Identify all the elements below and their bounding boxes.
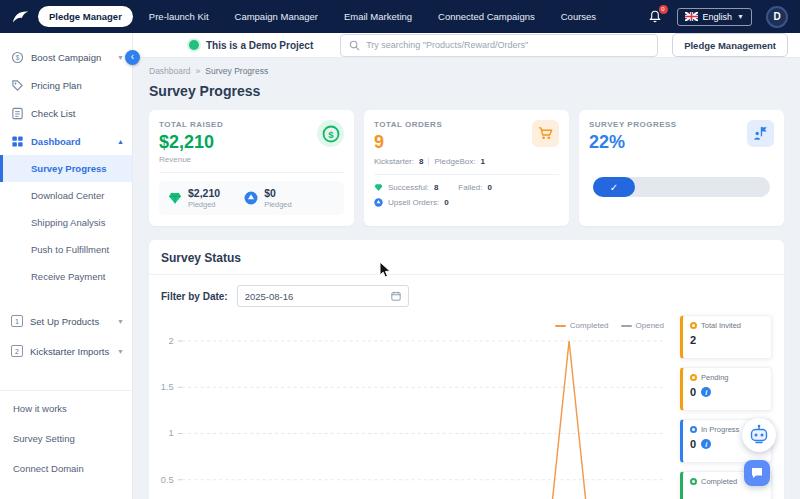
sidebar-item-connect-domain[interactable]: Connect Domain <box>0 453 132 483</box>
sidebar-item-kickstarter-imports[interactable]: 2 Kickstarter Imports ▼ <box>0 336 132 366</box>
global-search[interactable] <box>340 34 658 57</box>
date-filter-field[interactable] <box>237 285 409 307</box>
chevron-down-icon: ▼ <box>737 13 744 20</box>
info-icon[interactable]: i <box>701 387 711 397</box>
uk-flag-icon <box>685 12 698 21</box>
card-divider <box>374 174 559 175</box>
step-2-badge-icon: 2 <box>11 345 23 357</box>
sidebar-item-check-list[interactable]: Check List <box>0 99 132 127</box>
upsell-circle-icon <box>374 198 383 207</box>
legend-completed: Completed <box>555 321 609 330</box>
sidebar-collapse-button[interactable]: ‹ <box>125 50 140 65</box>
sidebar-divider <box>0 390 132 391</box>
demo-project-indicator: This is a Demo Project <box>189 40 313 51</box>
boost-campaign-icon: $ <box>11 51 24 64</box>
stat-label: In Progress <box>701 425 739 434</box>
notification-badge: 0 <box>659 5 668 14</box>
sidebar-item-how-it-works[interactable]: How it works <box>0 393 132 423</box>
pledge-manager-tab[interactable]: Pledge Manager <box>38 6 133 27</box>
sidebar-item-dashboard[interactable]: Dashboard ▲ <box>0 127 132 155</box>
nav-link-courses[interactable]: Courses <box>561 11 596 22</box>
survey-status-chart: Completed Opened 21.510.5 <box>153 311 670 499</box>
dollar-coin-icon: $ <box>317 120 344 147</box>
failed-value: 0 <box>487 183 491 192</box>
messenger-button[interactable] <box>744 460 770 486</box>
sidebar-item-survey-progress[interactable]: Survey Progress <box>0 155 132 182</box>
kickstarter-count-value: 8 <box>419 157 423 166</box>
stat-value: 0 <box>690 386 696 398</box>
revenue-label: Revenue <box>159 155 344 164</box>
demo-project-label: This is a Demo Project <box>206 40 313 51</box>
stat-dot-icon <box>690 478 697 485</box>
orders-status-row: Successful:8 Failed:0 <box>374 183 559 192</box>
stat-dot-icon <box>690 374 697 381</box>
breadcrumb-home[interactable]: Dashboard <box>149 66 191 76</box>
sidebar-item-set-up-products[interactable]: 1 Set Up Products ▼ <box>0 306 132 336</box>
stat-label: Pending <box>701 373 729 382</box>
info-icon[interactable]: i <box>701 439 711 449</box>
upsell-value: 0 <box>444 198 448 207</box>
nav-link-campaign-manager[interactable]: Campaign Manager <box>235 11 318 22</box>
stat-dot-icon <box>690 322 697 329</box>
chatbot-button[interactable] <box>742 418 776 452</box>
calendar-icon <box>391 291 401 301</box>
nav-link-prelaunch-kit[interactable]: Pre-launch Kit <box>149 11 209 22</box>
stat-pending: Pending 0i <box>680 367 772 411</box>
search-icon <box>349 40 360 51</box>
sidebar: ‹ $ Boost Campaign ▼ Pricing Plan Check … <box>0 33 133 499</box>
pledged-breakdown: $2,210 Pledged $0 Pledged <box>159 181 344 215</box>
sidebar-item-push-to-fulfillment[interactable]: Push to Fulfillment <box>0 236 132 263</box>
card-label: TOTAL RAISED <box>159 120 344 129</box>
sidebar-item-receive-payment[interactable]: Receive Payment <box>0 263 132 290</box>
survey-flag-icon <box>747 120 774 147</box>
sidebar-item-pricing-plan[interactable]: Pricing Plan <box>0 71 132 99</box>
successful-gem-icon <box>374 183 383 192</box>
svg-text:2: 2 <box>169 336 174 346</box>
checklist-icon <box>11 107 24 120</box>
topnav-right-group: 0 English ▼ D <box>647 6 788 28</box>
upsell-orders-row: Upsell Orders:0 <box>374 198 559 207</box>
chat-bubble-icon <box>750 466 764 480</box>
date-input[interactable] <box>245 291 385 302</box>
nav-link-email-marketing[interactable]: Email Marketing <box>344 11 412 22</box>
chevron-down-icon: ▼ <box>117 348 124 355</box>
failed-label: Failed: <box>458 183 482 192</box>
dashboard-grid-icon <box>11 135 24 148</box>
chevron-down-icon: ▼ <box>117 318 124 325</box>
demo-status-dot-icon <box>189 40 199 50</box>
svg-text:0.5: 0.5 <box>161 475 174 485</box>
sidebar-item-download-center[interactable]: Download Center <box>0 182 132 209</box>
nav-link-connected-campaigns[interactable]: Connected Campaigns <box>438 11 535 22</box>
sidebar-item-survey-setting[interactable]: Survey Setting <box>0 423 132 453</box>
survey-status-title: Survey Status <box>149 240 784 275</box>
language-label: English <box>703 12 733 22</box>
sidebar-item-boost-campaign[interactable]: $ Boost Campaign ▼ <box>0 43 132 71</box>
legend-opened: Opened <box>621 321 664 330</box>
survey-toggle[interactable]: ✓ <box>593 177 770 197</box>
sidebar-item-label: Check List <box>31 108 124 119</box>
breadcrumb-separator: » <box>196 66 201 76</box>
search-input[interactable] <box>366 40 649 50</box>
successful-label: Successful: <box>388 183 429 192</box>
stat-label: Total Invited <box>701 321 741 330</box>
pledgebox-circle-icon <box>244 191 258 205</box>
language-selector[interactable]: English ▼ <box>677 8 752 26</box>
robot-icon <box>748 424 770 446</box>
orders-source-breakdown: Kickstarter:8 PledgeBox:1 <box>374 157 559 166</box>
pledge-management-button[interactable]: Pledge Management <box>672 33 788 57</box>
sidebar-item-shipping-analysis[interactable]: Shipping Analysis <box>0 209 132 236</box>
breadcrumb-current: Survey Progress <box>205 66 268 76</box>
sidebar-item-label: Set Up Products <box>30 316 110 327</box>
pledged-caption: Pledged <box>188 200 220 209</box>
survey-status-panel: Survey Status Filter by Date: <box>149 240 784 499</box>
toggle-check-icon: ✓ <box>593 177 635 197</box>
pledgebox-logo-icon <box>12 9 30 25</box>
sidebar-item-label: Boost Campaign <box>31 52 110 63</box>
notifications-button[interactable]: 0 <box>647 9 663 25</box>
successful-value: 8 <box>434 183 438 192</box>
stat-label: Completed <box>701 477 737 486</box>
user-avatar[interactable]: D <box>766 6 788 28</box>
kickstarter-count-label: Kickstarter: <box>374 157 414 166</box>
kickstarter-pledged: $2,210 Pledged <box>168 187 220 209</box>
filter-by-date-label: Filter by Date: <box>161 291 228 302</box>
